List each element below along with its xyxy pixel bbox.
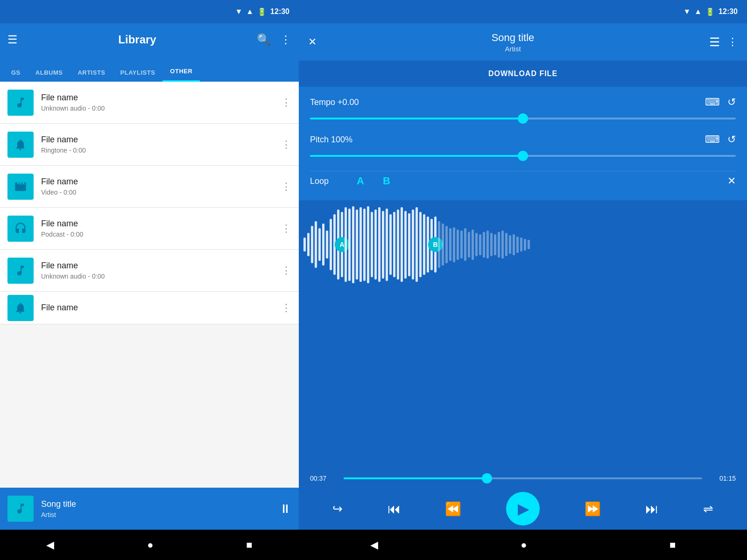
skip-next-button[interactable]: ⏭ — [645, 501, 658, 517]
download-label: DOWNLOAD FILE — [488, 70, 557, 78]
loop-b-marker[interactable]: B — [428, 237, 443, 252]
tab-albums[interactable]: ALBUMS — [28, 63, 70, 82]
wbar — [315, 221, 317, 268]
tab-playlists[interactable]: PLAYLISTS — [113, 63, 163, 82]
time-start: 00:37 — [310, 475, 338, 482]
waveform-section[interactable]: A — [299, 200, 747, 469]
download-bar[interactable]: DOWNLOAD FILE — [299, 61, 747, 87]
wbar — [352, 206, 354, 283]
wbar — [311, 226, 313, 263]
pause-button[interactable]: ⏸ — [279, 502, 291, 516]
rewind-button[interactable]: ⏪ — [445, 501, 461, 517]
more-icon[interactable]: ⋮ — [280, 33, 291, 46]
wbar — [505, 233, 507, 256]
item-text: File name Ringtone - 0:00 — [41, 135, 274, 154]
item-icon-video — [7, 174, 34, 200]
now-playing-icon — [7, 496, 34, 522]
right-more-icon[interactable]: ⋮ — [727, 36, 738, 48]
wbar — [330, 219, 332, 270]
list-item[interactable]: File name Video - 0:00 ⋮ — [0, 166, 299, 208]
tempo-reset-icon[interactable]: ↺ — [727, 96, 736, 108]
play-button[interactable]: ▶ — [506, 492, 540, 525]
pitch-slider[interactable] — [310, 149, 736, 162]
tab-other[interactable]: OTHER — [162, 62, 200, 82]
tempo-slider[interactable] — [310, 112, 736, 125]
wbar — [501, 231, 504, 259]
item-icon-podcast — [7, 216, 34, 242]
tempo-thumb[interactable] — [518, 113, 528, 124]
list-item[interactable]: File name Podcast - 0:00 ⋮ — [0, 208, 299, 250]
right-recents-button[interactable]: ■ — [669, 539, 676, 551]
wbar — [371, 212, 373, 277]
loop-b-button[interactable]: B — [383, 175, 390, 187]
wbar — [359, 207, 362, 282]
close-icon[interactable]: ✕ — [308, 36, 317, 48]
loop-close-icon[interactable]: ✕ — [727, 175, 736, 187]
tab-artists[interactable]: ARTISTS — [70, 63, 113, 82]
wifi-icon: ▼ — [235, 7, 242, 16]
item-text: File name Podcast - 0:00 — [41, 219, 274, 238]
item-more-button[interactable]: ⋮ — [281, 302, 291, 314]
now-playing-bar[interactable]: Song title Artist ⏸ — [0, 488, 299, 530]
right-song-artist: Artist — [324, 45, 702, 53]
back-button[interactable]: ◀ — [46, 539, 54, 551]
right-time: 12:30 — [719, 7, 738, 16]
tab-songs[interactable]: GS — [4, 63, 28, 82]
wbar — [419, 212, 422, 277]
pitch-row: Pitch 100% ⌨ ↺ — [310, 133, 736, 146]
shuffle-button[interactable]: ⇌ — [703, 502, 713, 516]
fast-forward-button[interactable]: ⏩ — [585, 501, 601, 517]
loop-a-button[interactable]: A — [357, 175, 364, 187]
now-playing-title: Song title — [41, 499, 272, 509]
playback-controls: ↪ ⏮ ⏪ ▶ ⏩ ⏭ ⇌ — [299, 488, 747, 530]
tempo-track — [310, 118, 736, 119]
pitch-keyboard-icon[interactable]: ⌨ — [705, 133, 720, 146]
list-item[interactable]: File name Unknown audio - 0:00 ⋮ — [0, 250, 299, 292]
left-time: 12:30 — [270, 7, 289, 16]
item-subtitle: Video - 0:00 — [41, 189, 274, 196]
wbar — [389, 214, 392, 275]
time-thumb[interactable] — [482, 473, 492, 483]
wbar — [386, 209, 388, 281]
list-item[interactable]: File name Unknown audio - 0:00 ⋮ — [0, 82, 299, 124]
repeat-button[interactable]: ↪ — [332, 502, 343, 516]
file-list: File name Unknown audio - 0:00 ⋮ File na… — [0, 82, 299, 488]
item-more-button[interactable]: ⋮ — [281, 139, 291, 151]
item-subtitle: Ringtone - 0:00 — [41, 147, 274, 154]
item-subtitle: Podcast - 0:00 — [41, 231, 274, 238]
item-title: File name — [41, 177, 274, 187]
item-more-button[interactable]: ⋮ — [281, 97, 291, 109]
timeline-slider[interactable] — [344, 477, 702, 479]
time-fill — [344, 477, 487, 479]
wbar — [442, 224, 444, 266]
wbar — [513, 234, 515, 255]
tempo-fill — [310, 118, 523, 119]
wbar — [475, 233, 478, 256]
loop-a-marker[interactable]: A — [335, 237, 350, 252]
tempo-keyboard-icon[interactable]: ⌨ — [705, 96, 720, 108]
item-more-button[interactable]: ⋮ — [281, 181, 291, 193]
item-title: File name — [41, 93, 274, 103]
wbar — [374, 210, 377, 280]
wbar — [483, 232, 485, 258]
item-title: File name — [41, 261, 274, 271]
list-item[interactable]: File name Ringtone - 0:00 ⋮ — [0, 124, 299, 166]
skip-prev-button[interactable]: ⏮ — [388, 501, 401, 517]
pitch-fill — [310, 155, 523, 157]
playlist-icon[interactable]: ☰ — [709, 35, 720, 49]
wbar — [423, 214, 425, 275]
item-more-button[interactable]: ⋮ — [281, 223, 291, 235]
item-subtitle: Unknown audio - 0:00 — [41, 105, 274, 112]
right-back-button[interactable]: ◀ — [370, 539, 378, 551]
item-title: File name — [41, 135, 274, 145]
search-icon[interactable]: 🔍 — [257, 33, 271, 46]
pitch-reset-icon[interactable]: ↺ — [727, 133, 736, 146]
recents-button[interactable]: ■ — [246, 539, 252, 551]
list-item[interactable]: File name ⋮ — [0, 292, 299, 324]
wbar — [453, 227, 455, 262]
home-button[interactable]: ● — [147, 539, 153, 551]
menu-icon[interactable]: ☰ — [7, 33, 18, 46]
right-home-button[interactable]: ● — [521, 539, 527, 551]
pitch-thumb[interactable] — [518, 151, 528, 161]
item-more-button[interactable]: ⋮ — [281, 265, 291, 277]
